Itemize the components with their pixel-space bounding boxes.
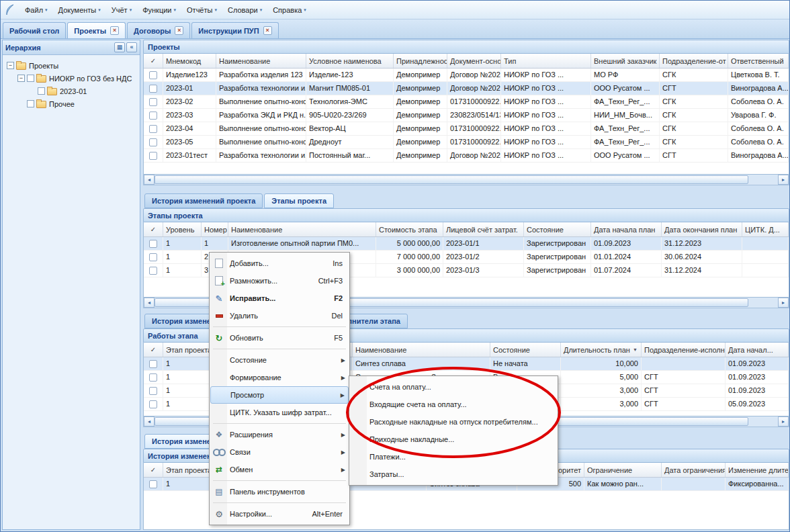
grid-column-header[interactable]: Дата ограничения <box>662 463 726 477</box>
context-menu-item[interactable]: ОбновитьF5 <box>210 329 349 347</box>
grid-column-header[interactable]: Документ-основан <box>447 54 501 68</box>
tab-close-icon[interactable]: × <box>263 26 272 35</box>
tree-checkbox[interactable] <box>38 87 45 95</box>
submenu-item[interactable]: Счета на оплату... <box>350 378 557 396</box>
row-checkbox[interactable] <box>149 152 157 160</box>
grid-column-header[interactable]: Дата начал... <box>726 343 789 357</box>
table-row[interactable]: 2023-01Разработка технологии и...Магнит … <box>144 82 789 95</box>
grid-column-header[interactable]: Наименование <box>228 222 376 236</box>
table-row[interactable]: 2023-03Разработка ЭКД и РКД н...905-U020… <box>144 109 789 122</box>
table-row[interactable]: 11Изготовление опытной партии ПМ0...5 00… <box>144 237 789 251</box>
grid-column-header[interactable]: Дата начала план <box>591 222 662 236</box>
grid-column-header[interactable]: Уровень <box>163 222 202 236</box>
grid-column-header[interactable]: Длительность план▼ <box>561 343 642 357</box>
tree-expander-icon[interactable]: − <box>7 62 14 69</box>
row-checkbox[interactable] <box>149 71 157 79</box>
submenu-item[interactable]: Расходные накладные на отпуск потребител… <box>350 413 557 431</box>
table-row[interactable]: 2023-05Выполнение опытно-конс...Дредноут… <box>144 136 789 149</box>
tab-close-icon[interactable]: × <box>110 26 119 35</box>
context-menu-item[interactable]: Размножить...Ctrl+F3 <box>210 272 349 290</box>
grid-column-header[interactable]: Принадлежность <box>394 54 447 68</box>
scroll-right-icon[interactable]: ▸ <box>778 416 789 427</box>
scroll-track[interactable] <box>748 416 778 427</box>
row-checkbox[interactable] <box>149 240 157 248</box>
row-checkbox[interactable] <box>149 85 157 93</box>
row-checkbox[interactable] <box>149 98 157 106</box>
menubar-item[interactable]: Файл▾ <box>19 4 53 16</box>
table-row[interactable]: 2023-04Выполнение опытно-конс...Вектор-А… <box>144 122 789 136</box>
grid-view-button[interactable]: ▦ <box>114 42 125 52</box>
context-menu-item[interactable]: Просмотр▶ <box>210 386 349 404</box>
row-checkbox[interactable] <box>149 400 157 408</box>
menubar-item[interactable]: Учёт▾ <box>106 4 137 16</box>
tab-close-icon[interactable]: × <box>175 26 183 35</box>
tree-node[interactable]: −Проекты <box>4 59 138 72</box>
context-menu-item[interactable]: УдалитьDel <box>210 307 349 324</box>
row-checkbox[interactable] <box>149 387 157 395</box>
scroll-thumb[interactable] <box>155 175 748 184</box>
grid-column-header[interactable]: Мнемокод <box>163 54 216 68</box>
menubar-item[interactable]: Отчёты▾ <box>181 4 222 16</box>
select-all-header[interactable]: ✓ <box>144 54 163 68</box>
tree-node[interactable]: Прочее <box>4 97 138 110</box>
tree-checkbox[interactable] <box>27 100 34 107</box>
context-menu-item[interactable]: Расширения▶ <box>210 426 349 443</box>
table-row[interactable]: Изделие123Разработка изделия 123Изделие-… <box>144 69 789 82</box>
grid-column-header[interactable]: Состояние <box>524 222 591 236</box>
grid-column-header[interactable]: Лицевой счёт затрат. <box>443 222 524 236</box>
scroll-right-icon[interactable]: ▸ <box>778 175 789 185</box>
scroll-left-icon[interactable]: ◂ <box>144 175 155 185</box>
grid-column-header[interactable]: Состояние <box>490 343 561 357</box>
row-checkbox[interactable] <box>149 480 157 488</box>
context-menu-item[interactable]: ЦИТК. Указать шифр затрат... <box>210 404 349 421</box>
menubar-item[interactable]: Функции▾ <box>137 4 181 16</box>
row-checkbox[interactable] <box>149 253 157 261</box>
row-checkbox[interactable] <box>149 125 157 133</box>
menubar-item[interactable]: Словари▾ <box>222 4 267 16</box>
submenu-item[interactable]: Входящие счета на оплату... <box>350 396 557 413</box>
row-checkbox[interactable] <box>149 112 157 120</box>
row-checkbox[interactable] <box>149 138 157 146</box>
context-menu-item[interactable]: Формирование▶ <box>210 369 349 386</box>
submenu-item[interactable]: Затраты... <box>350 466 557 483</box>
select-all-header[interactable]: ✓ <box>144 343 163 357</box>
grid-column-header[interactable]: Номер <box>202 222 228 236</box>
main-tab[interactable]: Инструкции ПУП× <box>191 22 278 38</box>
row-checkbox[interactable] <box>149 360 157 368</box>
grid-column-header[interactable]: Тип <box>501 54 591 68</box>
context-menu-item[interactable]: Добавить...Ins <box>210 255 349 272</box>
scroll-track[interactable] <box>748 175 778 185</box>
context-menu-item[interactable]: Настройки...Alt+Enter <box>210 505 349 523</box>
row-checkbox[interactable] <box>149 267 157 275</box>
submenu-item[interactable]: Платежи... <box>350 448 557 466</box>
grid-column-header[interactable]: Подразделение-от <box>660 54 728 68</box>
subtab[interactable]: Этапы проекта <box>264 193 334 208</box>
context-menu-item[interactable]: Исправить...F2 <box>210 290 349 307</box>
table-row[interactable]: 2023-02Выполнение опытно-конс...Технолог… <box>144 95 789 109</box>
scroll-left-icon[interactable]: ◂ <box>144 416 155 427</box>
context-menu-item[interactable]: Состояние▶ <box>210 351 349 369</box>
grid-column-header[interactable]: Ответственный <box>728 54 789 68</box>
tree-checkbox[interactable] <box>27 75 34 82</box>
row-checkbox[interactable] <box>149 373 157 382</box>
collapse-panel-button[interactable]: « <box>126 42 137 52</box>
main-tab[interactable]: Проекты× <box>67 22 126 38</box>
context-menu-item[interactable]: Обмен▶ <box>210 461 349 478</box>
grid-column-header[interactable]: Подразделение-исполнитель.. <box>642 343 726 357</box>
grid-column-header[interactable]: Условное наименова <box>306 54 394 68</box>
grid-column-header[interactable]: Ограничение <box>584 463 662 477</box>
grid-column-header[interactable]: Внешний заказчик <box>591 54 660 68</box>
grid-column-header[interactable]: Изменение длите... <box>726 463 789 477</box>
select-all-header[interactable]: ✓ <box>144 463 163 477</box>
grid-column-header[interactable]: Стоимость этапа <box>376 222 443 236</box>
main-tab[interactable]: Договоры× <box>127 22 190 38</box>
main-tab[interactable]: Рабочий стол <box>3 22 66 38</box>
grid-column-header[interactable]: Дата окончания план <box>662 222 742 236</box>
grid-column-header[interactable]: ЦИТК. Д... <box>742 222 789 236</box>
grid-column-header[interactable]: Наименование <box>353 343 490 357</box>
scroll-right-icon[interactable]: ▸ <box>778 298 789 308</box>
tree-node[interactable]: −НИОКР по ГОЗ без НДС <box>4 72 138 85</box>
scroll-track[interactable] <box>748 298 778 308</box>
menubar-item[interactable]: Документы▾ <box>53 4 106 16</box>
context-menu-item[interactable]: Панель инструментов <box>210 483 349 500</box>
